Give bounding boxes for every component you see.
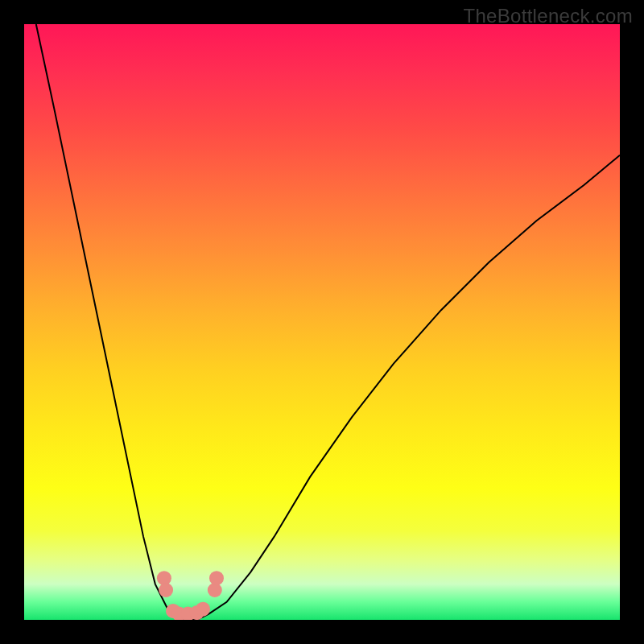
highlight-point <box>196 602 210 617</box>
watermark-text: TheBottleneck.com <box>463 5 633 27</box>
plot-area <box>24 24 620 620</box>
scatter-markers-svg <box>24 24 620 620</box>
highlighted-points-group <box>157 571 224 620</box>
highlight-point <box>159 583 173 597</box>
chart-frame: TheBottleneck.com <box>0 0 644 644</box>
highlight-point <box>209 571 224 585</box>
